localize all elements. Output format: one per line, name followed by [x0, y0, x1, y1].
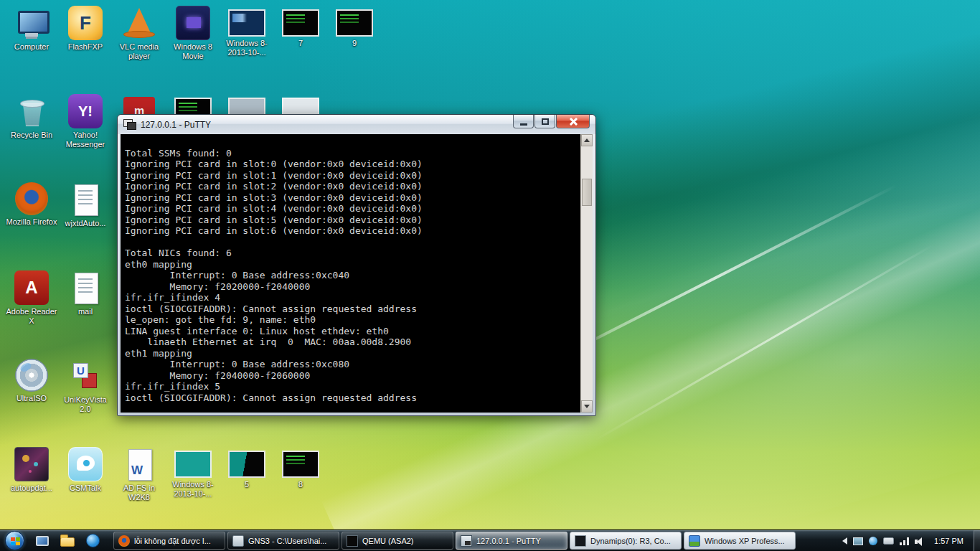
- close-icon: [569, 117, 578, 126]
- taskbar-button-label: Dynamips(0): R3, Co...: [590, 537, 671, 545]
- expand-tray-icon[interactable]: [842, 537, 847, 545]
- desktop-icon-adfs-w2k8[interactable]: WAD FS in W2K8: [113, 447, 165, 502]
- desktop-icon-windows8-movie[interactable]: Windows 8 Movie: [167, 6, 219, 61]
- window-controls: [513, 115, 590, 128]
- recycle-icon: [14, 94, 49, 128]
- updates-tray-icon[interactable]: [869, 537, 877, 545]
- thumb-dark2-icon: [228, 451, 265, 478]
- desktop-icon-adobe-reader[interactable]: AAdobe Reader X: [6, 270, 57, 326]
- desktop-icon-label: CSMTalk: [59, 484, 112, 493]
- putty-icon: [461, 535, 472, 547]
- terminal-line: Ignoring PCI card in slot:5 (vendor:0x0 …: [125, 215, 575, 226]
- putty-window-title: 127.0.0.1 - PuTTY: [141, 120, 211, 130]
- desktop-icon-yahoo-messenger[interactable]: Y!Yahoo! Messenger: [60, 94, 111, 149]
- unikey-icon: U: [68, 359, 103, 393]
- close-button[interactable]: [556, 115, 590, 128]
- maximize-button[interactable]: [534, 115, 555, 128]
- taskbar: lỗi không đặt được I...GNS3 - C:\Users\h…: [0, 529, 980, 551]
- taskbar-button-dynamips-window[interactable]: Dynamips(0): R3, Co...: [570, 532, 682, 550]
- show-desktop-button[interactable]: [974, 530, 980, 551]
- thumb-dark-icon: [282, 451, 319, 478]
- thumb-teal-icon: [174, 451, 212, 478]
- taskbar-button-firefox-window[interactable]: lỗi không đặt được I...: [113, 532, 225, 550]
- page-icon: [68, 182, 103, 217]
- explorer-icon: [60, 537, 75, 547]
- volume-tray-icon[interactable]: [915, 537, 925, 546]
- desktop-icon-label: mail: [59, 307, 112, 316]
- display-tray-icon[interactable]: [853, 537, 863, 545]
- terminal-scrollbar[interactable]: [580, 134, 593, 413]
- taskbar-button-winxp-window[interactable]: Windows XP Profess...: [684, 532, 796, 550]
- dynamips-icon: [575, 535, 586, 547]
- taskbar-clock[interactable]: 1:57 PM: [934, 537, 963, 545]
- terminal-line: [125, 237, 575, 248]
- desktop-icon-shot-8[interactable]: 8: [275, 447, 326, 489]
- desktop-icon-csmtalk[interactable]: CSMTalk: [60, 447, 111, 493]
- dark-art-icon: [14, 447, 49, 481]
- taskbar-button-putty-window[interactable]: 127.0.0.1 - PuTTY: [456, 532, 567, 550]
- desktop-icon-ultraiso[interactable]: UltraISO: [6, 359, 57, 403]
- terminal-line: le_open: got the fd: 9, name: eth0: [125, 314, 575, 326]
- desktop-icon-shot-7[interactable]: 7: [275, 6, 326, 48]
- terminal-line: LINA guest interface 0: Linux host ethde…: [125, 326, 575, 337]
- terminal-line: Interrupt: 0 Base address:0xc080: [125, 359, 575, 370]
- desktop-icon-shot-9[interactable]: 9: [329, 6, 380, 48]
- taskbar-button-label: GNS3 - C:\Users\hai...: [248, 537, 326, 545]
- terminal-line: ioctl (SIOCGIFADDR): Cannot assign reque…: [125, 392, 575, 404]
- desktop-icon-autoupdat[interactable]: autoupdạt...: [6, 447, 57, 493]
- desktop-icon-flashfxp[interactable]: FFlashFXP: [60, 6, 111, 52]
- terminal-line: Ignoring PCI card in slot:2 (vendor:0x0 …: [125, 181, 575, 192]
- language-tray-icon[interactable]: [883, 537, 894, 545]
- desktop-icon-computer[interactable]: Computer: [6, 6, 57, 52]
- gns3-icon: [232, 535, 244, 547]
- desktop-icon-recycle-bin[interactable]: Recycle Bin: [6, 94, 57, 140]
- minimize-button[interactable]: [513, 115, 534, 128]
- quicklaunch-internet-explorer[interactable]: [83, 532, 102, 550]
- quicklaunch-computer[interactable]: [33, 532, 52, 550]
- yahoo-icon: Y!: [68, 94, 103, 128]
- desktop-icon-vlc[interactable]: VLC media player: [113, 6, 165, 61]
- terminal-line: Memory: f2020000-f2040000: [125, 281, 575, 293]
- page-icon: [68, 270, 103, 305]
- desktop-icon-label: Yahoo! Messenger: [59, 131, 112, 149]
- scrollbar-up-arrow-icon[interactable]: [581, 134, 593, 146]
- desktop-icon-win8-shot-top[interactable]: Windows 8-2013-10-...: [221, 6, 273, 57]
- desktop-icon-wjxtdauto[interactable]: wjxtdAuto...: [60, 182, 111, 228]
- minimize-icon: [520, 123, 527, 126]
- taskbar-button-label: Windows XP Profess...: [705, 537, 785, 545]
- desktop-icon-label: 5: [220, 480, 273, 489]
- putty-terminal[interactable]: Total SSMs found: 0Ignoring PCI card in …: [121, 134, 593, 413]
- desktop-icon-label: 8: [274, 480, 327, 489]
- start-button[interactable]: [5, 531, 24, 550]
- qemu-icon: [347, 535, 358, 547]
- desktop-icon-label: Windows 8 Movie: [166, 42, 220, 61]
- icon-glyph: Y!: [78, 103, 93, 120]
- terminal-line: Total NICs found: 6: [125, 248, 575, 259]
- desktop-icon-shot-5[interactable]: 5: [221, 447, 273, 489]
- quicklaunch-explorer[interactable]: [58, 532, 77, 550]
- desktop-icon-win8-shot-bottom[interactable]: Windows 8-2013-10-...: [167, 447, 219, 499]
- desktop-icon-mozilla-firefox[interactable]: Mozilla Firefox: [6, 182, 57, 227]
- scrollbar-down-arrow-icon[interactable]: [581, 400, 593, 413]
- taskbar-button-qemu-window[interactable]: QEMU (ASA2): [341, 532, 453, 550]
- desktop-icon-label: wjxtdAuto...: [59, 219, 112, 228]
- taskbar-button-gns3-window[interactable]: GNS3 - C:\Users\hai...: [227, 532, 339, 550]
- adobe-icon: A: [14, 270, 49, 305]
- movie-icon: [176, 6, 210, 40]
- desktop-icon-mail[interactable]: mail: [60, 270, 111, 316]
- internet-explorer-icon: [86, 534, 100, 547]
- desktop-icon-label: Windows 8-2013-10-...: [166, 480, 220, 499]
- terminal-line: Ignoring PCI card in slot:0 (vendor:0x0 …: [125, 159, 575, 170]
- csmtalk-icon: [68, 447, 103, 481]
- terminal-line: Total SSMs found: 0: [125, 148, 575, 159]
- network-tray-icon[interactable]: [900, 537, 909, 545]
- word-icon: W: [122, 447, 156, 481]
- desktop-icon-unikey[interactable]: UUniKeyVista 2.0: [60, 359, 111, 414]
- maximize-icon: [542, 118, 549, 125]
- desktop: ComputerFFlashFXPVLC media playerWindows…: [0, 0, 980, 551]
- terminal-line: ioctl (SIOCGIFADDR): Cannot assign reque…: [125, 303, 575, 315]
- scrollbar-thumb[interactable]: [582, 179, 592, 206]
- terminal-line: Ignoring PCI card in slot:4 (vendor:0x0 …: [125, 203, 575, 215]
- thumb-dark-icon: [336, 9, 373, 37]
- icon-glyph: W: [131, 463, 143, 478]
